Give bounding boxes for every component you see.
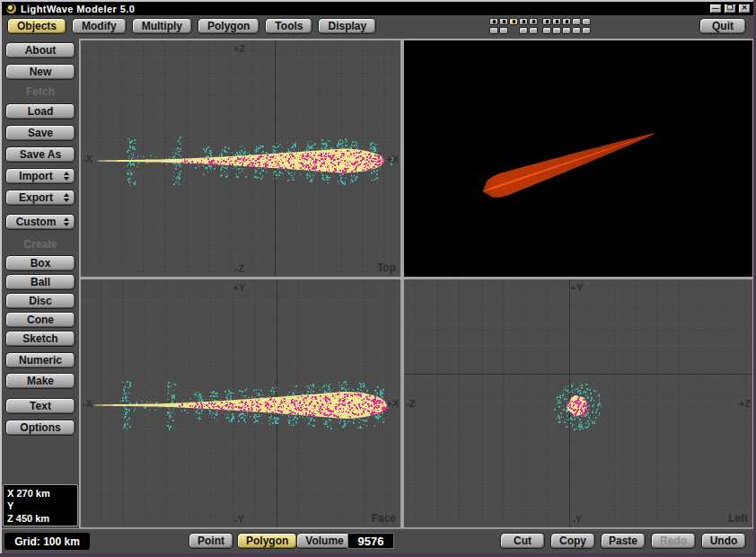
edit-buttons: CutCopyPasteRedoUndo	[500, 533, 746, 549]
sidebar-button-sketch[interactable]: Sketch	[5, 331, 75, 347]
layer-fg-5[interactable]	[529, 18, 538, 25]
coord-z: Z 450 km	[7, 512, 74, 525]
layer-content-dot	[503, 20, 505, 23]
coord-x: X 270 km	[7, 487, 74, 500]
layer-bg-9[interactable]	[572, 27, 581, 34]
viewport-face-canvas[interactable]	[81, 279, 400, 527]
layer-content-dot	[566, 20, 568, 23]
layer-bg-5[interactable]	[529, 27, 538, 34]
viewport-left[interactable]: +Y -Y -Z +Z Left	[404, 279, 752, 527]
mode-button-point[interactable]: Point	[189, 533, 233, 549]
quit-button[interactable]: Quit	[699, 18, 746, 34]
dropdown-arrows-icon	[64, 172, 69, 181]
dropdown-arrows-icon	[64, 217, 69, 226]
sidebar-button-numeric[interactable]: Numeric	[5, 352, 75, 368]
layer-content-dot	[532, 20, 535, 23]
sidebar-button-custom[interactable]: Custom	[5, 214, 75, 230]
menu-tab-objects[interactable]: Objects	[7, 18, 66, 34]
layer-content-dot	[493, 20, 496, 23]
selection-mode-buttons: PointPolygonVolume	[189, 533, 353, 549]
layer-bg-8[interactable]	[562, 27, 571, 34]
menu-tab-tools[interactable]: Tools	[265, 18, 312, 34]
sidebar: AboutNewFetchLoadSaveSave AsImportExport…	[2, 39, 79, 528]
layer-fg-1[interactable]	[489, 18, 498, 25]
menu-tabs: ObjectsModifyMultiplyPolygonToolsDisplay	[7, 18, 376, 34]
sidebar-button-new[interactable]: New	[5, 64, 75, 80]
menu-tab-polygon[interactable]: Polygon	[198, 18, 259, 34]
layer-fg-7[interactable]	[552, 18, 561, 25]
maximize-icon[interactable]: ❐	[724, 4, 736, 13]
layer-fg-4[interactable]	[519, 18, 528, 25]
sidebar-button-make[interactable]: Make	[5, 373, 75, 389]
menu-tab-display[interactable]: Display	[318, 18, 376, 34]
arrow-up-icon	[64, 217, 69, 221]
app-logo-icon	[6, 4, 16, 13]
mode-button-polygon[interactable]: Polygon	[237, 533, 297, 549]
layer-content-dot	[546, 20, 549, 23]
sidebar-button-text[interactable]: Text	[5, 398, 75, 414]
edit-button-redo[interactable]: Redo	[651, 533, 696, 549]
menu-bar: ObjectsModifyMultiplyPolygonToolsDisplay…	[2, 15, 753, 39]
layer-bg-10[interactable]	[582, 27, 591, 34]
edit-button-copy[interactable]: Copy	[550, 533, 595, 549]
viewport-area: +Z -Z -X +X Top +Y -Y -X +X Face +Y -Y -…	[79, 39, 753, 528]
viewport-face[interactable]: +Y -Y -X +X Face	[81, 279, 400, 527]
layer-bg-4[interactable]	[519, 27, 528, 34]
sidebar-button-options[interactable]: Options	[5, 420, 75, 436]
viewport-preview-canvas[interactable]	[404, 40, 752, 277]
layer-content-dot	[556, 20, 558, 23]
sidebar-button-disc[interactable]: Disc	[5, 293, 75, 309]
dropdown-arrows-icon	[64, 193, 69, 202]
arrow-up-icon	[64, 172, 69, 175]
app-window: LightWave Modeler 5.0 —❐✕ ObjectsModifyM…	[0, 0, 756, 557]
sidebar-button-import[interactable]: Import	[5, 168, 75, 184]
arrow-down-icon	[64, 177, 69, 181]
layer-bg-6[interactable]	[542, 27, 551, 34]
menu-tab-modify[interactable]: Modify	[72, 18, 127, 34]
polygon-count: 9576	[347, 533, 394, 549]
layer-row	[489, 27, 592, 34]
layer-content-dot	[513, 20, 515, 23]
sidebar-group-label-create: Create	[5, 238, 75, 251]
sidebar-button-export[interactable]: Export	[5, 190, 75, 206]
coord-y: Y	[7, 500, 74, 512]
edit-button-undo[interactable]: Undo	[701, 533, 746, 549]
sidebar-button-cone[interactable]: Cone	[5, 312, 75, 328]
sidebar-button-ball[interactable]: Ball	[5, 274, 75, 290]
sidebar-button-load[interactable]: Load	[5, 103, 75, 119]
grid-size-readout: Grid: 100 km	[4, 533, 90, 550]
layer-fg-3[interactable]	[509, 18, 518, 25]
layer-bg-1[interactable]	[489, 27, 498, 34]
viewport-preview[interactable]	[404, 40, 752, 277]
layer-fg-9[interactable]	[572, 18, 581, 25]
layer-fg-8[interactable]	[562, 18, 571, 25]
sidebar-button-save-as[interactable]: Save As	[5, 146, 75, 163]
layer-row	[489, 18, 592, 25]
layer-fg-6[interactable]	[542, 18, 551, 25]
window-title: LightWave Modeler 5.0	[21, 4, 135, 14]
sidebar-group-label-fetch: Fetch	[5, 85, 75, 98]
sidebar-button-save[interactable]: Save	[5, 125, 75, 141]
sidebar-button-box[interactable]: Box	[5, 255, 75, 271]
sidebar-button-about[interactable]: About	[5, 42, 75, 58]
viewport-top[interactable]: +Z -Z -X +X Top	[81, 40, 400, 277]
window-border-bottom	[0, 553, 756, 557]
close-icon[interactable]: ✕	[738, 4, 751, 13]
arrow-down-icon	[64, 223, 69, 226]
layer-bg-2[interactable]	[499, 27, 508, 34]
layer-fg-2[interactable]	[499, 18, 508, 25]
layer-bg-7[interactable]	[552, 27, 561, 34]
mode-button-volume[interactable]: Volume	[296, 533, 352, 549]
layer-content-dot	[523, 20, 525, 23]
viewport-left-canvas[interactable]	[404, 279, 752, 527]
bottom-bar: Grid: 100 km PointPolygonVolume 9576 Cut…	[2, 528, 753, 553]
minimize-icon[interactable]: —	[709, 4, 722, 13]
arrow-down-icon	[64, 199, 69, 202]
edit-button-paste[interactable]: Paste	[601, 533, 646, 549]
menu-tab-multiply[interactable]: Multiply	[132, 18, 192, 34]
layer-selector	[489, 18, 592, 34]
layer-fg-10[interactable]	[582, 18, 591, 25]
viewport-top-canvas[interactable]	[81, 40, 400, 277]
title-bar[interactable]: LightWave Modeler 5.0 —❐✕	[2, 2, 753, 15]
edit-button-cut[interactable]: Cut	[500, 533, 545, 549]
